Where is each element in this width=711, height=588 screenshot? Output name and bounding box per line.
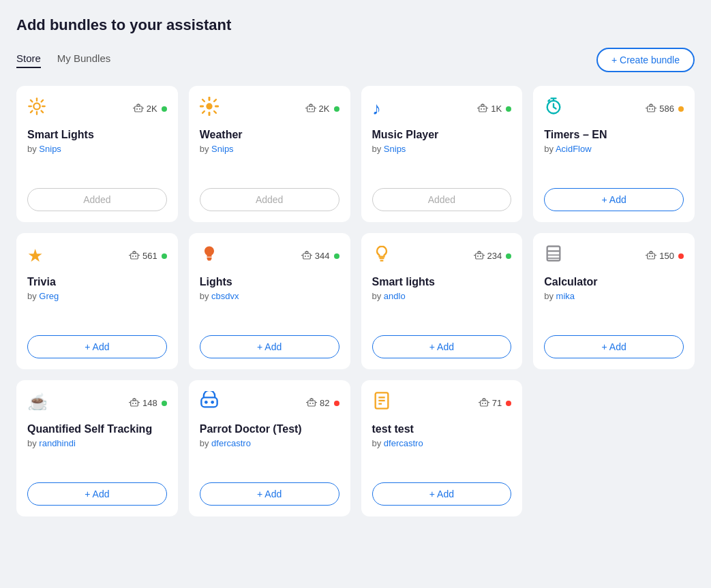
stat-number: 234 [487, 251, 502, 261]
card-author: by Snips [372, 144, 512, 154]
svg-point-79 [649, 256, 650, 257]
robot-icon [306, 397, 317, 409]
card-author: by Snips [200, 144, 339, 154]
bundle-icon-test-test [372, 391, 391, 415]
author-link[interactable]: dfercastro [384, 438, 423, 448]
card-title: Calculator [544, 276, 684, 288]
robot-icon [474, 249, 485, 262]
stat-number: 150 [659, 251, 674, 261]
svg-point-0 [33, 103, 40, 109]
svg-rect-76 [648, 253, 655, 259]
status-dot [334, 253, 339, 259]
add-button-trivia[interactable]: + Add [27, 335, 167, 358]
stat-number: 148 [142, 398, 157, 408]
svg-rect-105 [480, 401, 487, 406]
stat-number: 2K [147, 104, 157, 114]
status-dot [678, 253, 684, 259]
author-link[interactable]: randhindi [39, 438, 76, 448]
bundle-card-trivia: ★ 561 Trivia by Greg + Add [16, 233, 178, 369]
card-title: Music Player [372, 129, 512, 141]
svg-point-59 [305, 256, 306, 257]
add-button-music-player: Added [372, 188, 512, 211]
robot-icon [133, 102, 144, 115]
svg-rect-33 [479, 106, 487, 112]
author-link[interactable]: cbsdvx [211, 291, 239, 301]
robot-icon [129, 397, 140, 409]
svg-rect-50 [133, 251, 136, 253]
svg-rect-66 [478, 251, 481, 253]
svg-rect-84 [131, 401, 138, 406]
add-button-test-test[interactable]: + Add [372, 482, 512, 506]
svg-rect-106 [483, 399, 485, 401]
author-link[interactable]: dfercastro [211, 438, 251, 448]
bundles-grid: 2K Smart Lights by Snips Added 2K Weathe… [16, 86, 695, 516]
svg-rect-91 [201, 397, 217, 407]
svg-point-52 [132, 256, 134, 257]
create-bundle-button[interactable]: + Create bundle [596, 48, 695, 72]
author-link[interactable]: andlo [384, 291, 406, 301]
author-link[interactable]: Greg [39, 291, 59, 301]
svg-point-37 [483, 108, 485, 110]
add-button-smart-lights-2[interactable]: + Add [372, 335, 512, 358]
svg-point-45 [652, 108, 653, 110]
svg-point-68 [477, 256, 479, 257]
card-title: Timers – EN [544, 129, 684, 141]
bundle-icon-calculator [544, 244, 563, 268]
bundle-card-calculator: 150 Calculator by mika + Add [533, 233, 695, 369]
card-title: test test [372, 423, 512, 435]
status-dot [506, 106, 511, 112]
card-header: ♪ 1K [372, 97, 512, 121]
stat-number: 2K [319, 104, 330, 114]
bundle-card-smart-lights: 2K Smart Lights by Snips Added [16, 86, 178, 222]
add-button-quantified-self[interactable]: + Add [27, 482, 167, 506]
bundle-card-quantified-self: ☕ 148 Quantified Self Tracking by randhi… [16, 380, 178, 516]
card-header: 71 [372, 391, 512, 415]
card-title: Trivia [27, 276, 167, 288]
svg-rect-85 [133, 399, 136, 401]
svg-point-97 [309, 403, 311, 404]
svg-rect-77 [650, 251, 652, 253]
stat-number: 71 [492, 398, 502, 408]
robot-icon [305, 102, 316, 115]
author-link[interactable]: Snips [39, 144, 61, 154]
svg-text:★: ★ [27, 246, 43, 263]
tab-my-bundles[interactable]: My Bundles [57, 52, 110, 68]
add-button-parrot-doctor[interactable]: + Add [200, 482, 339, 506]
status-dot [162, 401, 167, 406]
page-title: Add bundles to your assistant [16, 16, 695, 34]
svg-line-22 [214, 111, 216, 113]
card-author: by mika [544, 291, 684, 301]
card-stats: 148 [129, 397, 167, 409]
svg-point-80 [652, 256, 653, 257]
svg-rect-9 [135, 106, 142, 112]
add-button-lights[interactable]: + Add [200, 335, 339, 358]
svg-point-53 [135, 256, 136, 257]
bundle-icon-quantified-self: ☕ [27, 391, 46, 415]
card-title: Quantified Self Tracking [27, 423, 167, 435]
svg-point-12 [136, 108, 138, 110]
author-link[interactable]: Snips [211, 144, 234, 154]
bundle-icon-smart-lights [27, 97, 46, 121]
bundle-card-lights: 344 Lights by cbsdvx + Add [189, 233, 350, 369]
add-button-calculator[interactable]: + Add [544, 335, 684, 358]
author-link[interactable]: mika [556, 291, 575, 301]
card-stats: 344 [301, 249, 339, 262]
tab-store[interactable]: Store [16, 52, 41, 68]
author-link[interactable]: Snips [384, 144, 406, 154]
card-header: 2K [200, 97, 339, 121]
author-link[interactable]: AcidFlow [556, 144, 592, 154]
add-button-timers-en[interactable]: + Add [544, 188, 684, 211]
robot-icon [477, 102, 488, 115]
card-author: by AcidFlow [544, 144, 684, 154]
status-dot [162, 253, 167, 259]
robot-icon [646, 102, 656, 115]
card-header: 82 [200, 391, 339, 415]
card-author: by dfercastro [372, 438, 512, 448]
card-author: by andlo [372, 291, 512, 301]
bundle-card-weather: 2K Weather by Snips Added [189, 86, 350, 222]
bundle-card-music-player: ♪ 1K Music Player by Snips Added [361, 86, 523, 222]
status-dot [506, 401, 511, 406]
bundle-card-timers-en: 586 Timers – EN by AcidFlow + Add [533, 86, 695, 222]
svg-point-29 [312, 108, 313, 110]
stat-number: 82 [320, 398, 329, 408]
